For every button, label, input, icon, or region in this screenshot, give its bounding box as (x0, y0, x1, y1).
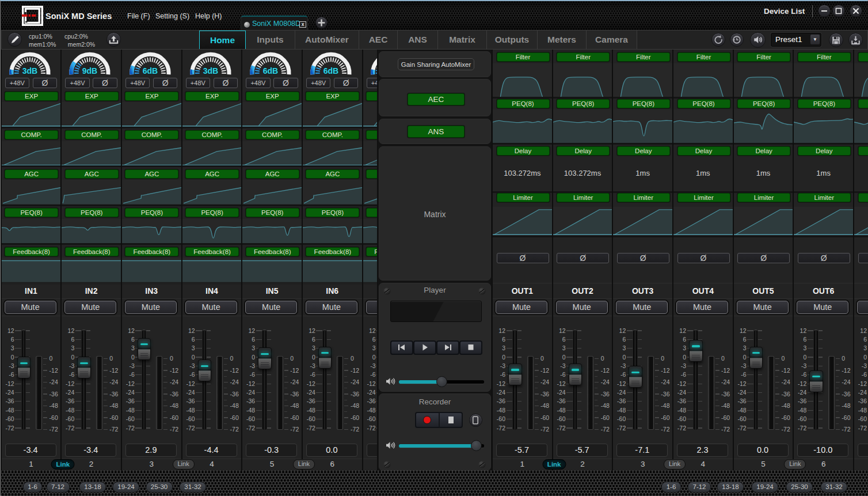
svg-text:3dB: 3dB (203, 66, 218, 75)
svg-text:6dB: 6dB (263, 66, 278, 75)
svg-text:9dB: 9dB (82, 66, 97, 75)
svg-text:6dB: 6dB (143, 66, 158, 75)
svg-text:6dB: 6dB (323, 66, 338, 75)
svg-text:3dB: 3dB (22, 66, 37, 75)
